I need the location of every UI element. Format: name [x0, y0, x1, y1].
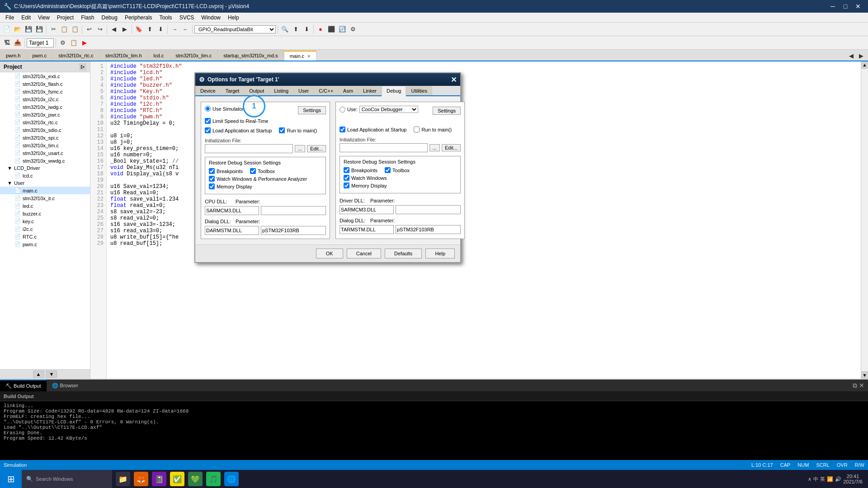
- dialog-tab-user[interactable]: User: [293, 86, 314, 95]
- sim-row: Use Simulator Settings: [205, 106, 326, 114]
- cpu-dll-param-input[interactable]: [261, 206, 326, 215]
- dll-section-right: Driver DLL: Parameter: Dialog DLL: Param…: [340, 198, 461, 234]
- run-main-check[interactable]: [279, 127, 285, 133]
- init-file-section: Initialization File:: [205, 138, 326, 143]
- taskbar-music-icon[interactable]: 🎵: [206, 472, 221, 486]
- debug-right-panel: Use: CooCox Debugger Settings Load Appli…: [335, 102, 465, 239]
- dialog-tab-device[interactable]: Device: [195, 86, 221, 95]
- tray-arrow[interactable]: ∧: [808, 476, 811, 482]
- limit-speed-check[interactable]: [205, 118, 211, 124]
- breakpoints-row: Breakpoints: [209, 168, 243, 174]
- run-main-check-row: Run to main(): [279, 127, 317, 133]
- tray-lang[interactable]: 中: [813, 476, 818, 483]
- debugger-select[interactable]: CooCox Debugger: [359, 106, 418, 113]
- cancel-button[interactable]: Cancel: [347, 249, 381, 258]
- dialog-footer: OK Cancel Defaults Help: [195, 244, 460, 262]
- dialog-tab-cpp[interactable]: C/C++: [314, 86, 338, 95]
- run-main-label: Run to main(): [287, 128, 317, 133]
- driver-dll-header: Driver DLL: Parameter:: [340, 198, 461, 203]
- dialog-tab-utilities[interactable]: Utilities: [406, 86, 432, 95]
- taskbar-edge-icon[interactable]: 🌐: [224, 472, 239, 486]
- use-radio[interactable]: [340, 107, 345, 113]
- load-app-check-row-right: Load Application at Startup: [340, 127, 406, 132]
- cpu-dll-label: CPU DLL:: [205, 199, 232, 204]
- dialog-dll-input-right[interactable]: [340, 225, 394, 234]
- memory-display-row-right: Memory Display: [344, 183, 457, 188]
- load-app-row: Load Application at Startup Run to main(…: [205, 127, 326, 135]
- restore-checks-right: Breakpoints Toolbox: [344, 167, 457, 175]
- dialog-close-btn[interactable]: ✕: [451, 75, 457, 84]
- dialog-tab-target[interactable]: Target: [221, 86, 245, 95]
- sim-radio-label: Use Simulator: [212, 106, 244, 112]
- start-button[interactable]: ⊞: [0, 470, 22, 488]
- tray-lang-en[interactable]: 英: [820, 476, 825, 483]
- taskbar-search[interactable]: 🔍 Search Windows: [22, 470, 112, 488]
- dialog-tab-output[interactable]: Output: [244, 86, 269, 95]
- init-file-section-right: Initialization File:: [340, 137, 461, 142]
- taskbar-clock[interactable]: 20:41 2021/7/6: [843, 474, 863, 484]
- taskbar-explorer-icon[interactable]: 📁: [116, 472, 130, 486]
- init-edit-btn-right[interactable]: Edit...: [442, 144, 461, 151]
- sim-settings-btn[interactable]: Settings: [298, 106, 326, 114]
- help-button[interactable]: Help: [425, 249, 455, 258]
- use-settings-btn[interactable]: Settings: [433, 107, 461, 115]
- dialog-dll-param-input-left[interactable]: [261, 226, 326, 235]
- driver-dll-input[interactable]: [340, 205, 394, 214]
- taskbar-sticky-icon[interactable]: ✅: [170, 472, 184, 486]
- memory-display-check-right[interactable]: [344, 183, 349, 188]
- limit-speed-row: Limit Speed to Real-Time: [205, 118, 326, 124]
- cpu-dll-row: [205, 206, 326, 215]
- taskbar-onenote-icon[interactable]: 📓: [152, 472, 166, 486]
- watch-windows-row-right: Watch Windows: [344, 175, 457, 181]
- driver-dll-param-input[interactable]: [396, 205, 461, 214]
- toolbox-row-right: Toolbox: [385, 167, 410, 173]
- memory-display-check[interactable]: [209, 183, 215, 189]
- dialog-tabs: Device Target Output Listing User C/C++ …: [195, 86, 460, 96]
- restore-section-left: Restore Debug Session Settings Breakpoin…: [205, 157, 326, 194]
- init-edit-btn[interactable]: Edit...: [307, 145, 326, 152]
- watch-windows-check[interactable]: [209, 176, 215, 182]
- taskbar-vectary-icon[interactable]: 💚: [188, 472, 203, 486]
- taskbar-firefox-icon[interactable]: 🦊: [134, 472, 148, 486]
- init-file-input-right[interactable]: [340, 143, 428, 152]
- dialog-dll-param-input-right[interactable]: [396, 225, 461, 234]
- toolbox-check[interactable]: [250, 168, 256, 174]
- load-app-label-right: Load Application at Startup: [347, 127, 406, 132]
- dialog-dll-row-left: [205, 226, 326, 235]
- taskbar-app-icons: 📁 🦊 📓 ✅ 💚 🎵 🌐: [112, 472, 242, 486]
- dialog-dll-param-label-left: Parameter:: [236, 219, 263, 224]
- dialog-tab-linker[interactable]: Linker: [358, 86, 382, 95]
- ok-button[interactable]: OK: [316, 249, 343, 258]
- dialog-title-bar: ⚙ Options for Target 'Target 1' ✕: [195, 73, 460, 86]
- init-file-input[interactable]: [205, 144, 293, 153]
- dialog-tab-debug[interactable]: Debug: [382, 86, 406, 96]
- sim-radio[interactable]: [205, 106, 211, 112]
- restore-title-right: Restore Debug Session Settings: [344, 159, 457, 164]
- use-radio-label: Use:: [347, 107, 358, 112]
- tray-volume[interactable]: 🔊: [835, 476, 841, 482]
- dialog-title-text: Options for Target 'Target 1': [208, 76, 451, 83]
- debug-panels: Use Simulator Settings Limit Speed to Re…: [201, 102, 455, 239]
- run-main-check-right[interactable]: [414, 127, 420, 132]
- init-file-row-right: ... Edit...: [340, 143, 461, 152]
- use-row: Use: CooCox Debugger Settings: [340, 106, 461, 116]
- dialog-tab-listing[interactable]: Listing: [269, 86, 293, 95]
- toolbox-check-right[interactable]: [385, 167, 391, 173]
- dialog-tab-asm[interactable]: Asm: [338, 86, 358, 95]
- cpu-dll-header: CPU DLL: Parameter:: [205, 199, 326, 204]
- load-app-check-right[interactable]: [340, 127, 345, 132]
- cpu-dll-input[interactable]: [205, 206, 259, 215]
- dialog-dll-input-left[interactable]: [205, 226, 259, 235]
- defaults-button[interactable]: Defaults: [385, 249, 422, 258]
- watch-windows-check-right[interactable]: [344, 175, 349, 181]
- breakpoints-check-right[interactable]: [344, 167, 349, 173]
- load-app-check[interactable]: [205, 127, 211, 133]
- init-file-row: ... Edit...: [205, 144, 326, 153]
- breakpoints-check[interactable]: [209, 168, 215, 174]
- driver-dll-label: Driver DLL:: [340, 198, 367, 203]
- init-browse-btn[interactable]: ...: [295, 145, 305, 152]
- init-browse-btn-right[interactable]: ...: [429, 144, 440, 151]
- dialog-dll-header-right: Dialog DLL: Parameter:: [340, 218, 461, 223]
- tray-network[interactable]: 📶: [827, 476, 833, 482]
- taskbar: ⊞ 🔍 Search Windows 📁 🦊 📓 ✅ 💚 🎵 🌐 ∧ 中 英 📶…: [0, 470, 868, 488]
